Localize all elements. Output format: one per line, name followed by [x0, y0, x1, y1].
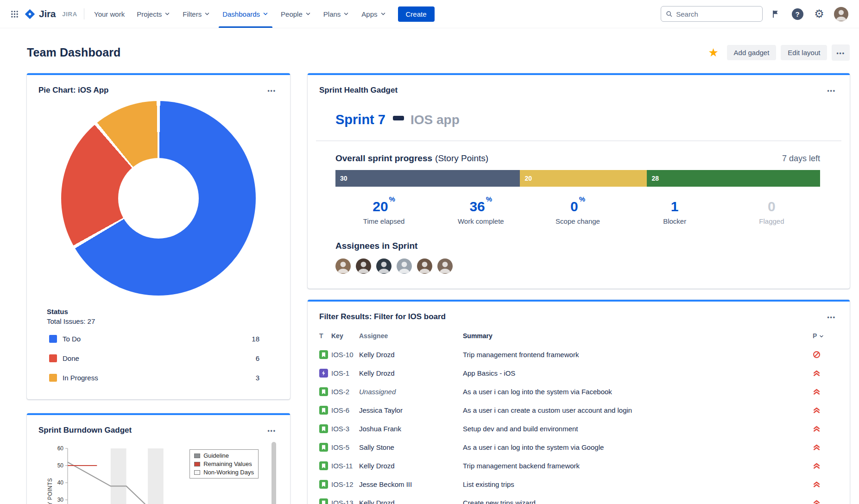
issue-type-story-icon[interactable]: [319, 387, 328, 396]
issue-summary-link[interactable]: Setup dev and and build environment: [463, 425, 813, 433]
assignee-avatar[interactable]: [397, 258, 412, 274]
table-row[interactable]: IOS-5 Sally Stone As a user i can log in…: [319, 438, 839, 456]
issue-key-link[interactable]: IOS-11: [331, 462, 359, 470]
burndown-legend: GuidelineRemaining ValuesNon-Working Day…: [189, 449, 259, 479]
create-button[interactable]: Create: [398, 6, 435, 22]
sprint-stat-label[interactable]: Time elapsed: [335, 217, 432, 225]
sprint-stat-label[interactable]: Blocker: [626, 217, 723, 225]
table-row[interactable]: IOS-3 Joshua Frank Setup dev and and bui…: [319, 419, 839, 438]
issue-summary-link[interactable]: Trip management backend framework: [463, 462, 813, 470]
svg-text:50: 50: [57, 462, 64, 469]
nav-item-your-work[interactable]: Your work: [88, 0, 131, 28]
issue-key-link[interactable]: IOS-1: [331, 369, 359, 377]
priority-highest-icon: [813, 425, 821, 433]
priority-highest-icon: [813, 499, 821, 504]
sprint-health-gadget: Sprint Health Gadget Sprint 7 IOS app Ov…: [308, 73, 850, 289]
issue-table-header: T Key Assignee Summary P: [319, 327, 839, 345]
table-row[interactable]: IOS-11 Kelly Drozd Trip management backe…: [319, 456, 839, 475]
issue-type-epic-icon[interactable]: [319, 369, 328, 378]
issue-type-story-icon[interactable]: [319, 480, 328, 489]
chevron-down-icon: [262, 11, 269, 17]
svg-text:40: 40: [57, 479, 64, 486]
jira-logo[interactable]: Jira: [24, 8, 56, 20]
issue-key-link[interactable]: IOS-10: [331, 351, 359, 359]
sprint-burndown-gadget: Sprint Burndown Gadget 60504030STORY POI…: [27, 413, 290, 504]
edit-layout-button[interactable]: Edit layout: [781, 45, 827, 60]
search-input[interactable]: [676, 10, 758, 18]
gadget-more-button[interactable]: [824, 84, 839, 96]
gadget-more-button[interactable]: [265, 84, 279, 96]
table-row[interactable]: IOS-10 Kelly Drozd Trip management front…: [319, 345, 839, 364]
col-priority-label: P: [813, 332, 817, 340]
issue-key-link[interactable]: IOS-2: [331, 388, 359, 396]
legend-color-swatch: [194, 470, 200, 475]
issue-key-link[interactable]: IOS-3: [331, 425, 359, 433]
chevron-down-icon: [380, 11, 386, 17]
issue-type-story-icon[interactable]: [319, 406, 328, 415]
table-row[interactable]: IOS-1 Kelly Drozd App Basics - iOS: [319, 364, 839, 382]
legend-label: Done: [63, 354, 79, 362]
issue-summary-link[interactable]: As a user i can log into the system via …: [463, 388, 813, 396]
favorite-star-button[interactable]: [705, 44, 722, 61]
pie-legend-item[interactable]: Done 6: [47, 348, 279, 368]
col-priority-sort[interactable]: P: [813, 332, 839, 340]
issue-summary-link[interactable]: As a user i can log into the system via …: [463, 443, 813, 451]
issue-summary-link[interactable]: As a user i can create a custom user acc…: [463, 406, 813, 414]
scrollbar-thumb[interactable]: [272, 442, 276, 504]
table-row[interactable]: IOS-2 Unassigned As a user i can log int…: [319, 382, 839, 401]
nav-item-plans[interactable]: Plans: [317, 0, 356, 28]
help-button[interactable]: [789, 5, 806, 23]
issue-key-link[interactable]: IOS-12: [331, 480, 359, 488]
sprint-stat-time-elapsed: 20% Time elapsed: [335, 199, 432, 225]
gadget-header: Sprint Health Gadget: [308, 75, 850, 96]
sprint-stats: 20% Time elapsed 36% Work complete 0% Sc…: [335, 199, 820, 225]
table-row[interactable]: IOS-13 Kelly Drozd Create new trips wiza…: [319, 493, 839, 504]
issue-summary-link[interactable]: List existing trips: [463, 480, 813, 488]
pie-donut-chart[interactable]: [61, 101, 256, 296]
profile-avatar-button[interactable]: [832, 5, 850, 23]
sprint-stat-label[interactable]: Flagged: [723, 217, 820, 225]
assignee-avatar[interactable]: [376, 258, 392, 274]
issue-assignee: Kelly Drozd: [359, 369, 463, 377]
issue-type-story-icon[interactable]: [319, 350, 328, 359]
flag-icon: [771, 9, 780, 19]
issue-key-link[interactable]: IOS-13: [331, 499, 359, 504]
pie-legend-item[interactable]: In Progress 3: [47, 368, 279, 387]
assignee-avatar[interactable]: [437, 258, 453, 274]
gadget-more-button[interactable]: [265, 424, 279, 436]
nav-item-projects[interactable]: Projects: [131, 0, 177, 28]
issue-key-link[interactable]: IOS-5: [331, 443, 359, 451]
add-gadget-button[interactable]: Add gadget: [727, 45, 777, 60]
gadget-more-button[interactable]: [824, 311, 839, 323]
search-box[interactable]: [661, 6, 763, 22]
settings-button[interactable]: [810, 5, 828, 23]
assignee-avatar[interactable]: [417, 258, 432, 274]
issue-type-story-icon[interactable]: [319, 461, 328, 470]
issue-summary-link[interactable]: Create new trips wizard: [463, 499, 813, 504]
issue-type-story-icon[interactable]: [319, 424, 328, 433]
sprint-stat-label[interactable]: Work complete: [432, 217, 529, 225]
app-switcher-button[interactable]: [6, 5, 23, 23]
nav-item-filters[interactable]: Filters: [177, 0, 216, 28]
assignee-avatar[interactable]: [335, 258, 351, 274]
issue-type-story-icon[interactable]: [319, 443, 328, 452]
issue-assignee: Kelly Drozd: [359, 499, 463, 504]
nav-item-dashboards[interactable]: Dashboards: [216, 0, 275, 28]
notifications-button[interactable]: [767, 5, 784, 23]
nav-item-apps[interactable]: Apps: [355, 0, 392, 28]
issue-type-story-icon[interactable]: [319, 498, 328, 504]
issue-summary-link[interactable]: Trip management frontend framework: [463, 351, 813, 359]
assignee-avatar[interactable]: [356, 258, 371, 274]
nav-item-people[interactable]: People: [275, 0, 317, 28]
more-icon: [836, 50, 845, 57]
pie-legend-item[interactable]: To Do 18: [47, 329, 279, 348]
table-row[interactable]: IOS-6 Jessica Taylor As a user i can cre…: [319, 401, 839, 419]
issue-key-link[interactable]: IOS-6: [331, 406, 359, 414]
sprint-name[interactable]: Sprint 7: [335, 112, 385, 127]
issue-summary-link[interactable]: App Basics - iOS: [463, 369, 813, 377]
primary-nav: Your work Projects Filters Dashboards Pe…: [88, 0, 392, 28]
dashboard-more-button[interactable]: [832, 44, 850, 61]
gadget-title: Pie Chart: iOS App: [38, 86, 108, 95]
table-row[interactable]: IOS-12 Jesse Beckom III List existing tr…: [319, 475, 839, 493]
sprint-stat-label[interactable]: Scope change: [529, 217, 626, 225]
